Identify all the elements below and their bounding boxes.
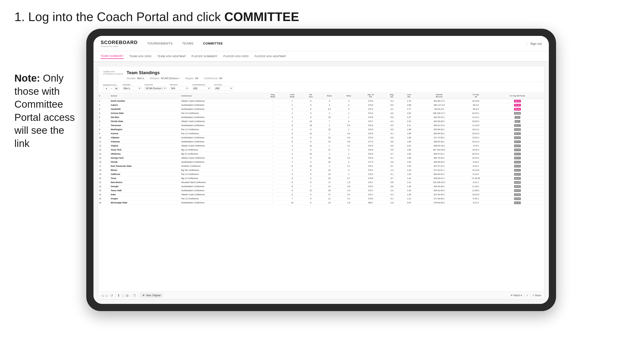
cell-reg-rank: -: [263, 184, 282, 188]
cell-rank: 23: [98, 188, 110, 193]
cell-wins: 4: [340, 160, 358, 164]
cell-vs25: 30-15-1: [461, 152, 491, 156]
cell-adj-sg: -3.8: [383, 184, 400, 188]
min-rpu-min[interactable]: [103, 87, 110, 90]
cell-conf-rank: 8: [282, 132, 302, 136]
cell-conf-rank: 8: [282, 164, 302, 168]
cell-conf-rank: 9: [282, 180, 302, 184]
watch-button[interactable]: 👁 Watch ▾: [510, 294, 522, 297]
cell-low-rd: 1.55: [400, 164, 418, 168]
cell-no-tour: 7: [302, 184, 320, 188]
cell-vs50: 87.21: [491, 103, 544, 107]
gender-select[interactable]: Men's: [122, 86, 142, 90]
view-original-button[interactable]: 👁 View: Original: [140, 293, 163, 298]
nav-committee[interactable]: COMMITTEE: [203, 41, 223, 46]
cell-conference: Southeastern Conference: [180, 107, 263, 111]
cell-rank: 24: [98, 193, 110, 197]
cell-conference: Southeastern Conference: [180, 136, 263, 140]
meta-gender: Gender: Men's: [127, 77, 144, 80]
cell-low-rd: 1.28: [400, 168, 418, 172]
cell-school: California: [110, 172, 180, 176]
nav-tournaments[interactable]: TOURNAMENTS: [147, 41, 172, 46]
subnav-player-h2h-heatmap[interactable]: PLAYER H2H HEATMAP: [254, 54, 286, 59]
cell-low-rd: 1.41: [400, 180, 418, 184]
table-container[interactable]: # School Conference RegRank ConfRank NoT…: [98, 93, 544, 291]
subnav-team-h2h-heatmap[interactable]: TEAM H2H HEATMAP: [157, 54, 186, 59]
cell-vs25: 9-10-1: [461, 164, 491, 168]
subnav-team-h2h-grid[interactable]: TEAM H2H GRID: [130, 54, 152, 59]
gender-filter-label: Gender: [122, 84, 142, 86]
cell-reg-rank: -: [263, 164, 282, 168]
school-select[interactable]: (All): [214, 86, 233, 90]
cell-school: North Carolina: [110, 99, 180, 103]
cell-low-rd: 1.80: [400, 152, 418, 156]
cell-rank: 26: [98, 201, 110, 205]
cell-reg-rank: -: [263, 144, 282, 148]
subnav-player-h2h-grid[interactable]: PLAYER H2H GRID: [223, 54, 249, 59]
cell-conference: Atlantic Coast Conference: [180, 119, 263, 124]
cell-vs50: 82.98: [491, 193, 544, 197]
cell-no-tour: 8: [302, 201, 320, 205]
cell-wins: 4.2: [340, 156, 358, 160]
cell-adj-par: 279.5: [358, 197, 383, 201]
cell-conference: Atlantic Coast Conference: [180, 193, 263, 197]
cell-vs50: 86.64: [491, 107, 544, 111]
sign-out-separator: |: [526, 41, 527, 45]
nav-teams[interactable]: TEAMS: [182, 41, 194, 46]
toolbar-share-icon[interactable]: ⬆: [117, 294, 120, 297]
cell-no-tour: 6: [302, 115, 320, 119]
col-vs50: Vs Top 50 Points: [491, 93, 544, 99]
subnav-player-summary[interactable]: PLAYER SUMMARY: [192, 54, 218, 59]
cell-overall: 260 83-25-1: [418, 172, 460, 176]
cell-conf-rank: 5: [282, 193, 302, 197]
toolbar-bookmark-icon[interactable]: □: [122, 294, 124, 297]
cell-conf-rank: 1: [282, 148, 302, 152]
cell-low-rd: 1.98: [400, 128, 418, 132]
subnav-team-summary[interactable]: TEAM SUMMARY: [101, 54, 124, 59]
toolbar-tabs-icon[interactable]: ⊞: [126, 294, 129, 297]
toolbar-clock-icon[interactable]: ⏱: [133, 294, 136, 297]
share-button[interactable]: ↗ Share: [532, 294, 541, 297]
cell-vs25: 38-6-0: [461, 107, 491, 111]
toolbar-sep-2: [130, 294, 131, 297]
meta-row: Gender: Men's Division: NCAA Division I …: [127, 77, 539, 80]
cell-adj-par: 273.5: [358, 99, 383, 103]
table-row: 13 Texas Tech Big 12 Conference - 1 9 27…: [98, 148, 544, 152]
table-row: 10 Alabama Southeastern Conference - 5 8…: [98, 136, 544, 140]
cell-low-rd: 1.98: [400, 132, 418, 136]
cell-conf-rank: 5: [282, 136, 302, 140]
cell-overall: 269 97-01-1: [418, 152, 460, 156]
cell-overall: 260 117-4-0: [418, 103, 460, 107]
conference-select[interactable]: (All): [192, 86, 211, 90]
min-rpu-max[interactable]: [113, 87, 120, 90]
cell-school: Oklahoma: [110, 152, 180, 156]
cell-school: Duke: [110, 193, 180, 197]
cell-rank: 8: [98, 128, 110, 132]
cell-reg-rank: -: [263, 111, 282, 115]
cell-adj-sg: -1.8: [383, 201, 400, 205]
toolbar-forward-icon[interactable]: ▷: [106, 294, 108, 297]
cell-low-rd: 1.53: [400, 172, 418, 176]
cell-school: Ole Miss: [110, 115, 180, 119]
sign-out-button[interactable]: Sign out: [530, 42, 542, 45]
expand-button[interactable]: ⤢: [526, 294, 528, 297]
cell-overall: 262 63-15-1: [418, 115, 460, 119]
cell-reg-rank: -: [263, 128, 282, 132]
division-select[interactable]: NCAA Division I: [144, 86, 167, 90]
cell-vs50: 80.16: [491, 164, 544, 168]
cell-adj-sg: -5.1: [383, 132, 400, 136]
cell-conf-rank: 4: [282, 156, 302, 160]
cell-reg-rank: -: [263, 140, 282, 144]
table-header-row: # School Conference RegRank ConfRank NoT…: [98, 93, 544, 99]
toolbar-back-icon[interactable]: ◁: [101, 294, 104, 297]
cell-adj-par: 274.2: [358, 111, 383, 115]
cell-no-tour: 8: [302, 156, 320, 160]
region-select[interactable]: N/A: [170, 86, 189, 90]
cell-overall: 265 100-17-1: [418, 111, 460, 115]
cell-adj-sg: -4.4: [383, 119, 400, 124]
cell-no-tour: 9: [302, 176, 320, 180]
cell-vs50: 83.49: [491, 128, 544, 132]
toolbar-reload-icon[interactable]: ↺: [110, 294, 113, 297]
cell-vs50: 80.94: [491, 136, 544, 140]
cell-adj-par: 278.7: [358, 180, 383, 184]
